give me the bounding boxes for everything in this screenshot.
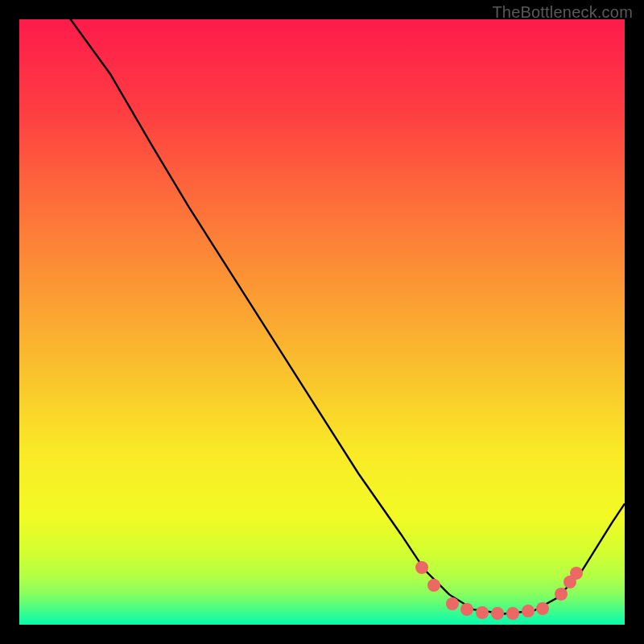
scatter-dot: [491, 607, 504, 620]
watermark-text: TheBottleneck.com: [492, 3, 633, 22]
scatter-dot: [460, 603, 473, 616]
scatter-dot: [427, 579, 440, 592]
scatter-dot: [476, 606, 489, 619]
scatter-dot: [415, 561, 428, 574]
bottleneck-curve: [19, 19, 625, 625]
scatter-dot: [536, 602, 549, 615]
scatter-dot: [570, 567, 583, 580]
scatter-dot: [446, 597, 459, 610]
scatter-dot: [506, 607, 519, 620]
chart-plot-area: [19, 19, 625, 625]
scatter-dot: [555, 588, 568, 601]
scatter-dot: [522, 605, 535, 617]
